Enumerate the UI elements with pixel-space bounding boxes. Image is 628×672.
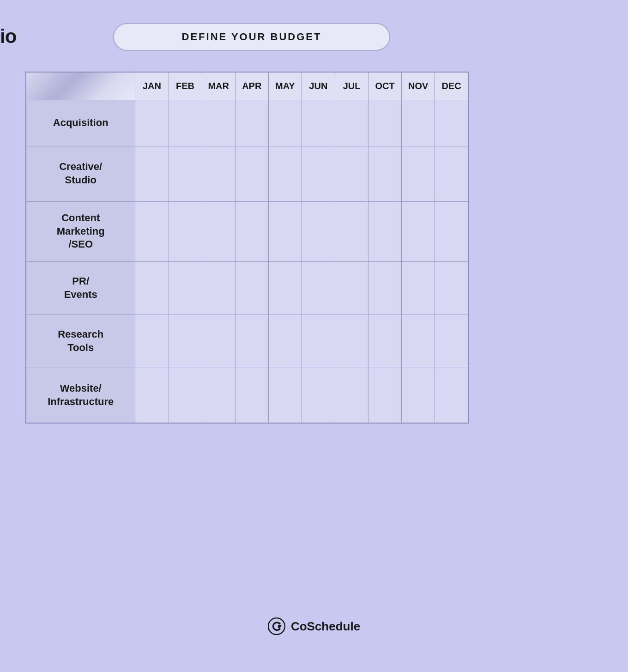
table-row: ContentMarketing/SEO (26, 201, 468, 261)
cell-con-jun[interactable] (302, 201, 335, 261)
cell-con-jul[interactable] (335, 201, 368, 261)
budget-table-container: JAN FEB MAR APR MAY JUN JUL OCT NOV DEC … (25, 72, 469, 424)
cell-res-oct[interactable] (368, 315, 402, 368)
table-row: Website/Infrastructure (26, 368, 468, 423)
header-jul: JUL (335, 72, 368, 100)
cell-pr-nov[interactable] (402, 261, 435, 315)
footer-brand-name: CoSchedule (291, 619, 360, 634)
cell-acq-jan[interactable] (135, 100, 169, 146)
title-button-label: DEFINE YOUR BUDGET (182, 31, 322, 43)
row-label-research: ResearchTools (26, 315, 135, 368)
cell-web-jul[interactable] (335, 368, 368, 423)
cell-acq-feb[interactable] (169, 100, 202, 146)
cell-acq-apr[interactable] (235, 100, 268, 146)
cell-pr-jul[interactable] (335, 261, 368, 315)
header-oct: OCT (368, 72, 402, 100)
row-label-creative: Creative/Studio (26, 146, 135, 201)
cell-pr-dec[interactable] (435, 261, 468, 315)
footer: CoSchedule (268, 618, 360, 635)
table-header-row: JAN FEB MAR APR MAY JUN JUL OCT NOV DEC (26, 72, 468, 100)
cell-acq-nov[interactable] (402, 100, 435, 146)
cell-cre-oct[interactable] (368, 146, 402, 201)
header-empty-cell (26, 72, 135, 100)
cell-pr-oct[interactable] (368, 261, 402, 315)
cell-cre-jan[interactable] (135, 146, 169, 201)
cell-cre-dec[interactable] (435, 146, 468, 201)
svg-point-0 (268, 618, 285, 635)
cell-pr-feb[interactable] (169, 261, 202, 315)
cell-pr-mar[interactable] (202, 261, 235, 315)
cell-web-dec[interactable] (435, 368, 468, 423)
cell-cre-mar[interactable] (202, 146, 235, 201)
cell-con-dec[interactable] (435, 201, 468, 261)
cell-acq-may[interactable] (268, 100, 302, 146)
cell-acq-jun[interactable] (302, 100, 335, 146)
cell-cre-feb[interactable] (169, 146, 202, 201)
cell-cre-apr[interactable] (235, 146, 268, 201)
page-wrapper: io DEFINE YOUR BUDGET JAN FEB MAR APR MA… (0, 0, 628, 672)
header-may: MAY (268, 72, 302, 100)
cell-res-mar[interactable] (202, 315, 235, 368)
cell-con-mar[interactable] (202, 201, 235, 261)
cell-web-mar[interactable] (202, 368, 235, 423)
cell-pr-jan[interactable] (135, 261, 169, 315)
cell-pr-may[interactable] (268, 261, 302, 315)
cell-web-may[interactable] (268, 368, 302, 423)
header-jun: JUN (302, 72, 335, 100)
header-jan: JAN (135, 72, 169, 100)
cell-con-nov[interactable] (402, 201, 435, 261)
cell-web-oct[interactable] (368, 368, 402, 423)
budget-table: JAN FEB MAR APR MAY JUN JUL OCT NOV DEC … (25, 72, 469, 424)
cell-res-may[interactable] (268, 315, 302, 368)
cell-web-feb[interactable] (169, 368, 202, 423)
cell-res-feb[interactable] (169, 315, 202, 368)
row-label-website: Website/Infrastructure (26, 368, 135, 423)
cell-web-jan[interactable] (135, 368, 169, 423)
cell-web-apr[interactable] (235, 368, 268, 423)
cell-cre-may[interactable] (268, 146, 302, 201)
table-row: PR/Events (26, 261, 468, 315)
cell-con-may[interactable] (268, 201, 302, 261)
cell-acq-jul[interactable] (335, 100, 368, 146)
title-button[interactable]: DEFINE YOUR BUDGET (113, 23, 390, 51)
header-apr: APR (235, 72, 268, 100)
table-row: Acquisition (26, 100, 468, 146)
cell-cre-jul[interactable] (335, 146, 368, 201)
header-feb: FEB (169, 72, 202, 100)
cell-acq-mar[interactable] (202, 100, 235, 146)
row-label-pr: PR/Events (26, 261, 135, 315)
cell-con-apr[interactable] (235, 201, 268, 261)
row-label-acquisition: Acquisition (26, 100, 135, 146)
header-nov: NOV (402, 72, 435, 100)
cell-con-feb[interactable] (169, 201, 202, 261)
cell-res-jan[interactable] (135, 315, 169, 368)
cell-con-jan[interactable] (135, 201, 169, 261)
header-mar: MAR (202, 72, 235, 100)
cell-res-jun[interactable] (302, 315, 335, 368)
cell-acq-dec[interactable] (435, 100, 468, 146)
cell-web-nov[interactable] (402, 368, 435, 423)
cell-pr-jun[interactable] (302, 261, 335, 315)
table-row: Creative/Studio (26, 146, 468, 201)
cell-cre-nov[interactable] (402, 146, 435, 201)
cell-res-apr[interactable] (235, 315, 268, 368)
cell-con-oct[interactable] (368, 201, 402, 261)
cell-cre-jun[interactable] (302, 146, 335, 201)
cell-acq-oct[interactable] (368, 100, 402, 146)
cell-res-dec[interactable] (435, 315, 468, 368)
row-label-content: ContentMarketing/SEO (26, 201, 135, 261)
table-row: ResearchTools (26, 315, 468, 368)
cell-web-jun[interactable] (302, 368, 335, 423)
cell-res-nov[interactable] (402, 315, 435, 368)
header-dec: DEC (435, 72, 468, 100)
cell-res-jul[interactable] (335, 315, 368, 368)
logo: io (0, 25, 16, 48)
coschedule-logo-icon (268, 618, 285, 635)
cell-pr-apr[interactable] (235, 261, 268, 315)
